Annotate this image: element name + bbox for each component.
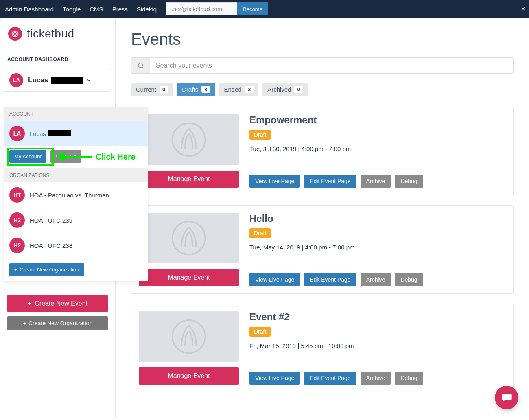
plus-icon: + (28, 300, 31, 307)
admin-nav-cms[interactable]: CMS (90, 6, 103, 13)
edit-event-button[interactable]: Edit Event Page (304, 273, 356, 286)
event-thumbnail (139, 311, 239, 362)
page-title: Events (131, 30, 514, 48)
create-org-label-side: Create New Organization (28, 320, 92, 326)
admin-nav-sidekiq[interactable]: Sidekiq (137, 6, 157, 13)
draft-badge: Draft (249, 130, 271, 140)
user-avatar: LA (9, 73, 23, 87)
search-input[interactable] (150, 57, 514, 74)
svg-point-5 (173, 320, 205, 353)
event-title[interactable]: Event #2 (249, 311, 506, 323)
event-title[interactable]: Empowerment (249, 114, 506, 126)
create-org-button[interactable]: + Create New Organization (7, 316, 108, 330)
search-bar (131, 57, 514, 74)
svg-point-4 (173, 222, 205, 255)
logo-text: ticketbud (27, 27, 74, 40)
dropdown-user-item[interactable]: LA Lucas (4, 121, 148, 146)
dropdown-account-heading: ACCOUNT (4, 107, 148, 121)
create-org-button-dropdown[interactable]: + Create New Organization (9, 263, 84, 276)
view-live-button[interactable]: View Live Page (249, 372, 300, 385)
draft-badge: Draft (249, 228, 271, 238)
create-event-button[interactable]: + Create New Event (7, 295, 108, 312)
sidebar-heading: ACCOUNT DASHBOARD (7, 57, 108, 62)
filter-count: 0 (294, 86, 303, 93)
event-date: Fri, Mar 15, 2019 | 5:45 pm - 10:00 pm (249, 342, 506, 349)
org-avatar: H2 (9, 238, 25, 253)
view-live-button[interactable]: View Live Page (249, 273, 300, 286)
logo-icon (8, 27, 22, 41)
debug-button[interactable]: Debug (395, 273, 423, 286)
main-content: Events Current 0 Drafts 3 Ended 3 Archiv… (116, 18, 529, 418)
redacted-last-name-dd (48, 130, 71, 136)
filter-label: Ended (224, 86, 242, 93)
sign-out-button[interactable]: Sign Out (50, 150, 81, 163)
svg-point-1 (138, 63, 143, 68)
my-account-button[interactable]: My Account (9, 150, 46, 163)
filter-current[interactable]: Current 0 (131, 83, 173, 96)
admin-nav-dashboard[interactable]: Admin Dashboard (5, 6, 54, 13)
create-org-label: Create New Organization (20, 267, 79, 273)
org-name: HOA - Pacquiao vs. Thurman (30, 192, 109, 199)
filter-count: 0 (160, 86, 168, 93)
account-selector[interactable]: LA Lucas (4, 69, 111, 92)
manage-event-button[interactable]: Manage Event (139, 368, 239, 385)
dropdown-user-avatar: LA (9, 126, 25, 141)
filter-count: 3 (245, 86, 254, 93)
create-event-label: Create New Event (35, 300, 87, 307)
become-button[interactable]: Become (237, 2, 268, 15)
event-card: Manage Event Empowerment Draft Tue, Jul … (131, 107, 514, 195)
filter-label: Drafts (182, 86, 198, 93)
archive-button[interactable]: Archive (361, 273, 391, 286)
filter-label: Archived (267, 86, 291, 93)
become-email-input[interactable] (166, 2, 237, 15)
debug-button[interactable]: Debug (395, 175, 423, 188)
dropdown-org-heading: ORGANIZATIONS (4, 168, 148, 182)
sidebar: ticketbud ACCOUNT DASHBOARD LA Lucas ACC… (0, 18, 116, 418)
event-thumbnail (139, 114, 239, 165)
draft-badge: Draft (249, 327, 271, 337)
svg-point-3 (173, 123, 205, 156)
filter-count: 3 (201, 86, 210, 93)
chevron-down-icon (86, 77, 92, 83)
org-item[interactable]: H2 HOA - UFC 238 (4, 233, 148, 258)
event-date: Tue, May 14, 2019 | 4:00 pm - 7:00 pm (249, 244, 506, 251)
svg-point-0 (12, 31, 18, 37)
event-date: Tue, Jul 30, 2019 | 4:00 pm - 7:00 pm (249, 145, 506, 152)
filter-tabs: Current 0 Drafts 3 Ended 3 Archived 0 (131, 83, 514, 96)
debug-button[interactable]: Debug (395, 372, 423, 385)
org-name: HOA - UFC 239 (30, 217, 72, 224)
account-dropdown: ACCOUNT LA Lucas My Account Sign Out Cli… (4, 107, 148, 281)
manage-event-button[interactable]: Manage Event (139, 269, 239, 286)
redacted-last-name (51, 77, 83, 84)
dropdown-user-firstname: Lucas (30, 130, 46, 137)
event-card: Manage Event Event #2 Draft Fri, Mar 15,… (131, 304, 514, 392)
filter-archived[interactable]: Archived 0 (262, 83, 308, 96)
manage-event-button[interactable]: Manage Event (139, 171, 239, 188)
filter-label: Current (136, 86, 156, 93)
edit-event-button[interactable]: Edit Event Page (304, 372, 356, 385)
plus-icon: + (23, 320, 26, 326)
logo[interactable]: ticketbud (0, 18, 115, 50)
edit-event-button[interactable]: Edit Event Page (304, 175, 356, 188)
close-admin-bar[interactable]: × (521, 5, 525, 13)
archive-button[interactable]: Archive (361, 175, 391, 188)
admin-nav-toogle[interactable]: Toogle (63, 6, 81, 13)
org-item[interactable]: HT HOA - Pacquiao vs. Thurman (4, 182, 148, 208)
org-avatar: H2 (9, 212, 25, 228)
archive-button[interactable]: Archive (361, 372, 391, 385)
event-title[interactable]: Hello (249, 213, 506, 224)
chat-bubble[interactable] (495, 386, 518, 409)
annotation-text: Click Here (96, 152, 136, 162)
view-live-button[interactable]: View Live Page (249, 175, 300, 188)
admin-bar: Admin Dashboard Toogle CMS Press Sidekiq… (0, 0, 529, 18)
admin-nav-press[interactable]: Press (112, 6, 128, 13)
plus-icon: + (14, 267, 17, 273)
org-item[interactable]: H2 HOA - UFC 239 (4, 208, 148, 233)
filter-ended[interactable]: Ended 3 (219, 83, 259, 96)
search-icon (131, 57, 150, 74)
org-name: HOA - UFC 238 (30, 242, 72, 249)
event-card: Manage Event Hello Draft Tue, May 14, 20… (131, 205, 514, 294)
event-thumbnail (139, 213, 239, 263)
svg-line-2 (142, 67, 144, 68)
filter-drafts[interactable]: Drafts 3 (177, 83, 215, 96)
